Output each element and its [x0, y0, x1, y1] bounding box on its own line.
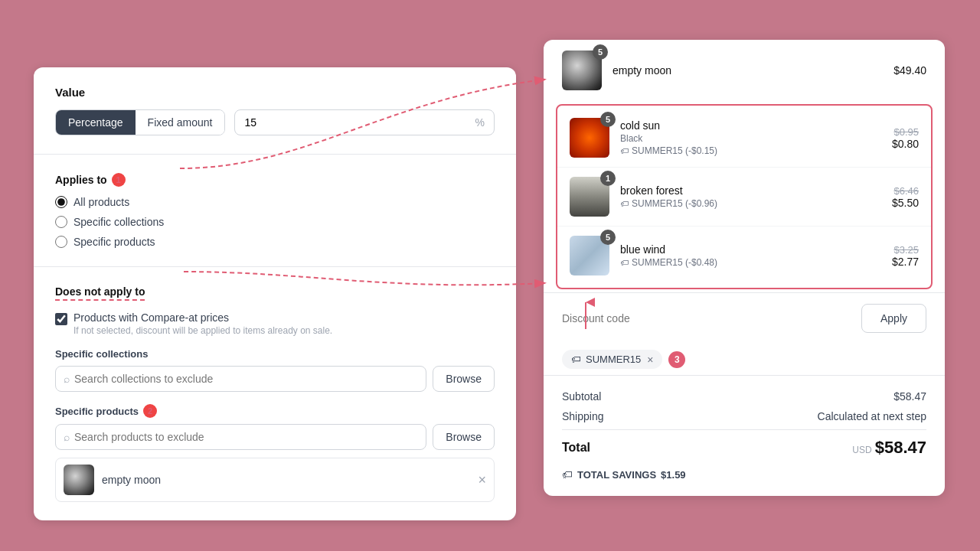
value-type-group: Percentage Fixed amount [55, 109, 225, 135]
discount-remove-button[interactable]: × [647, 354, 653, 365]
applies-to-radio-group: All products Specific collections Specif… [55, 196, 495, 248]
discount-badge-3: 3 [668, 351, 685, 368]
savings-tag-icon: 🏷 [562, 468, 573, 481]
radio-specific-products-input[interactable] [55, 236, 67, 248]
cold-sun-variant: Black [620, 133, 881, 144]
cold-sun-price: $0.95 $0.80 [892, 126, 919, 150]
compare-at-checkbox[interactable] [55, 313, 67, 325]
blue-wind-discount-text: SUMMER15 (-$0.48) [632, 257, 717, 268]
cold-sun-info: cold sun Black 🏷 SUMMER15 (-$0.15) [620, 119, 881, 156]
discount-section: Apply [544, 292, 945, 344]
broken-forest-original-price: $6.46 [892, 185, 919, 197]
value-input-wrap: % [234, 109, 495, 135]
savings-value: $1.59 [661, 469, 686, 481]
blue-wind-count: 5 [600, 230, 616, 245]
blue-wind-thumb-wrap: 5 [570, 236, 609, 276]
blue-wind-original-price: $3.25 [892, 244, 919, 256]
total-row: Total USD$58.47 [562, 429, 926, 462]
order-item-broken-forest: 1 broken forest 🏷 SUMMER15 (-$0.96) $6.4… [557, 167, 931, 226]
savings-row: 🏷 TOTAL SAVINGS $1.59 [562, 462, 926, 490]
discount-tag-row: 🏷 SUMMER15 × 3 [544, 344, 945, 375]
radio-specific-collections-input[interactable] [55, 216, 67, 228]
discount-tag-icon: 🏷 [571, 354, 581, 365]
broken-forest-discount: 🏷 SUMMER15 (-$0.96) [620, 198, 881, 209]
products-browse-button[interactable]: Browse [433, 424, 495, 450]
radio-specific-products[interactable]: Specific products [55, 236, 495, 248]
total-currency: USD [852, 445, 871, 455]
specific-products-badge: 2 [143, 404, 157, 418]
empty-moon-thumb-wrap: 5 [562, 51, 602, 90]
specific-products-subtitle: Specific products 2 [55, 404, 495, 418]
subtotal-label: Subtotal [562, 390, 601, 403]
total-label: Total [562, 441, 590, 455]
excluded-product-item: empty moon × [55, 458, 495, 502]
excluded-product-name: empty moon [102, 474, 470, 486]
products-search-wrap: ⌕ [55, 424, 426, 450]
right-panel: 5 empty moon $49.40 5 cold sun Black 🏷 S… [544, 40, 945, 496]
broken-forest-name: broken forest [620, 184, 881, 197]
applies-to-badge: 1 [112, 173, 126, 187]
applies-to-section: Applies to 1 All products Specific colle… [34, 155, 516, 267]
cold-sun-original-price: $0.95 [892, 126, 919, 138]
collections-search-row: ⌕ Browse [55, 366, 495, 392]
does-not-label: Does not apply to [55, 285, 145, 301]
total-value: USD$58.47 [852, 438, 926, 458]
radio-specific-collections[interactable]: Specific collections [55, 216, 495, 228]
broken-forest-thumb-wrap: 1 [570, 177, 609, 217]
does-not-title: Does not apply to [55, 285, 495, 301]
collections-search-input[interactable] [74, 367, 418, 391]
cold-sun-tag-icon: 🏷 [620, 146, 629, 155]
order-item-cold-sun: 5 cold sun Black 🏷 SUMMER15 (-$0.15) $0.… [557, 109, 931, 167]
discount-tag: 🏷 SUMMER15 × [562, 350, 662, 369]
cold-sun-discount: 🏷 SUMMER15 (-$0.15) [620, 145, 881, 156]
collections-browse-button[interactable]: Browse [433, 366, 495, 392]
cold-sun-thumb-wrap: 5 [570, 118, 609, 158]
excluded-product-remove-button[interactable]: × [478, 473, 486, 487]
radio-all-products[interactable]: All products [55, 196, 495, 208]
compare-at-checkbox-text: Products with Compare-at prices If not s… [74, 311, 332, 336]
broken-forest-price: $6.46 $5.50 [892, 185, 919, 209]
totals-section: Subtotal $58.47 Shipping Calculated at n… [544, 375, 945, 496]
radio-specific-collections-label: Specific collections [74, 216, 164, 228]
compare-at-desc: If not selected, discount will be applie… [74, 325, 332, 336]
blue-wind-tag-icon: 🏷 [620, 258, 629, 267]
products-search-input[interactable] [74, 425, 418, 449]
blue-wind-discounted-price: $2.77 [892, 256, 919, 268]
broken-forest-tag-icon: 🏷 [620, 199, 629, 208]
subtotal-value: $58.47 [893, 390, 926, 403]
cold-sun-discount-text: SUMMER15 (-$0.15) [632, 145, 717, 156]
blue-wind-name: blue wind [620, 243, 881, 256]
broken-forest-discount-text: SUMMER15 (-$0.96) [632, 198, 717, 209]
blue-wind-price: $3.25 $2.77 [892, 244, 919, 268]
excluded-product-thumb [64, 465, 94, 495]
value-input[interactable] [244, 110, 475, 135]
cold-sun-name: cold sun [620, 119, 881, 132]
broken-forest-discounted-price: $5.50 [892, 197, 919, 209]
value-suffix: % [475, 116, 485, 129]
percentage-button[interactable]: Percentage [56, 110, 136, 135]
cold-sun-count: 5 [600, 112, 616, 127]
apply-button[interactable]: Apply [861, 304, 926, 333]
cold-sun-discounted-price: $0.80 [892, 138, 919, 150]
collections-search-wrap: ⌕ [55, 366, 426, 392]
subtotal-row: Subtotal $58.47 [562, 386, 926, 406]
savings-label: TOTAL SAVINGS [577, 469, 656, 481]
value-section: Value Percentage Fixed amount % [34, 67, 516, 155]
applies-to-title: Applies to 1 [55, 173, 495, 187]
compare-at-checkbox-item: Products with Compare-at prices If not s… [55, 311, 495, 336]
shipping-value: Calculated at next step [818, 410, 926, 422]
compare-at-label: Products with Compare-at prices [74, 311, 332, 324]
value-row: Percentage Fixed amount % [55, 109, 495, 135]
radio-all-products-input[interactable] [55, 196, 67, 208]
products-search-row: ⌕ Browse [55, 424, 495, 450]
radio-all-products-label: All products [74, 196, 129, 208]
fixed-amount-button[interactable]: Fixed amount [136, 110, 225, 135]
shipping-label: Shipping [562, 410, 604, 422]
blue-wind-info: blue wind 🏷 SUMMER15 (-$0.48) [620, 243, 881, 268]
left-panel: Value Percentage Fixed amount % Applies … [34, 67, 516, 520]
blue-wind-discount: 🏷 SUMMER15 (-$0.48) [620, 257, 881, 268]
discount-code-input[interactable] [562, 312, 855, 324]
empty-moon-price-value: $49.40 [893, 64, 926, 77]
empty-moon-name: empty moon [612, 64, 883, 77]
shipping-row: Shipping Calculated at next step [562, 406, 926, 426]
